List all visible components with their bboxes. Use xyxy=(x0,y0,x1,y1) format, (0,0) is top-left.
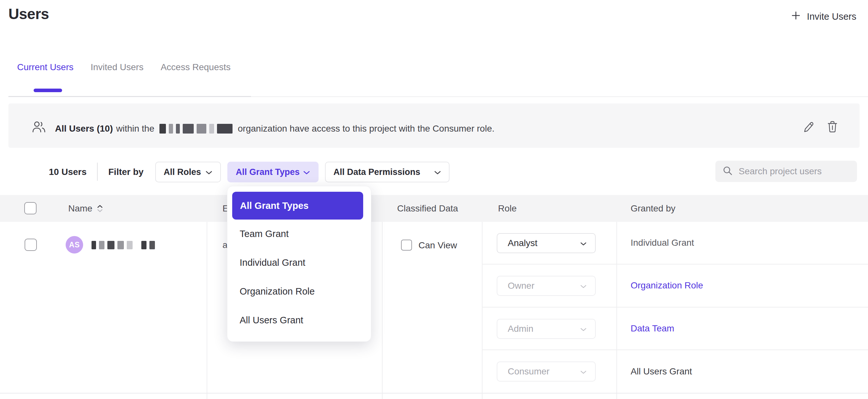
redacted-user-name xyxy=(92,241,155,249)
grant-row: Analyst Individual Grant xyxy=(482,222,868,265)
role-dropdown-owner[interactable]: Owner xyxy=(497,276,596,296)
chevron-down-icon xyxy=(434,167,441,177)
column-header-classified-data: Classified Data xyxy=(397,195,458,222)
granted-by-link[interactable]: Organization Role xyxy=(631,265,703,307)
grant-row: Admin Data Team xyxy=(482,307,868,350)
role-dropdown-admin[interactable]: Admin xyxy=(497,319,596,339)
granted-by-value: All Users Grant xyxy=(631,350,692,393)
delete-grant-button[interactable] xyxy=(827,120,838,133)
tab-bar: Current Users Invited Users Access Reque… xyxy=(17,62,230,72)
search-input[interactable] xyxy=(739,166,856,177)
people-icon xyxy=(32,120,46,134)
tabs-divider-light xyxy=(251,96,868,97)
users-page: Users Invite Users Current Users Invited… xyxy=(0,0,868,399)
grants-list: Analyst Individual Grant Owner Organizat… xyxy=(482,222,868,393)
chevron-down-icon xyxy=(205,167,213,177)
edit-grant-button[interactable] xyxy=(802,120,814,133)
menu-item-individual-grant[interactable]: Individual Grant xyxy=(227,248,371,277)
can-view-label: Can View xyxy=(418,240,457,251)
grant-row: Consumer All Users Grant xyxy=(482,350,868,393)
granted-by-header-label: Granted by xyxy=(631,204,676,214)
menu-item-all-grant-types-selected[interactable]: All Grant Types xyxy=(232,192,363,219)
column-header-granted-by: Granted by xyxy=(631,195,676,222)
all-data-permissions-filter[interactable]: All Data Permissions xyxy=(325,162,450,182)
role-dropdown-consumer[interactable]: Consumer xyxy=(497,362,596,381)
table-header: Name E Classified Data Role Granted by xyxy=(0,195,868,222)
search-icon xyxy=(722,165,733,177)
sort-icon xyxy=(97,205,103,212)
grant-row: Owner Organization Role xyxy=(482,265,868,307)
role-value: Owner xyxy=(508,281,534,291)
granted-by-value: Individual Grant xyxy=(631,222,694,264)
banner-post-text: organization have access to this project… xyxy=(238,124,494,134)
user-count: 10 Users xyxy=(49,167,87,177)
search-project-users xyxy=(715,161,857,182)
role-header-label: Role xyxy=(498,204,517,214)
tab-invited-users[interactable]: Invited Users xyxy=(91,62,143,72)
all-roles-filter[interactable]: All Roles xyxy=(155,162,221,182)
banner-bold-text: All Users (10) xyxy=(55,124,113,134)
name-header-label: Name xyxy=(68,204,92,214)
row-divider xyxy=(0,393,868,394)
plus-icon xyxy=(791,10,801,23)
redacted-org-name xyxy=(159,124,232,133)
chevron-down-icon xyxy=(303,167,310,177)
invite-users-label: Invite Users xyxy=(807,11,856,22)
all-grant-types-label: All Grant Types xyxy=(236,167,300,177)
role-dropdown-analyst[interactable]: Analyst xyxy=(497,233,596,253)
chevron-down-icon xyxy=(580,238,587,248)
active-tab-indicator xyxy=(34,89,62,92)
pencil-icon xyxy=(802,129,814,134)
banner-actions xyxy=(802,120,838,133)
granted-by-link[interactable]: Data Team xyxy=(631,307,674,349)
tab-current-users[interactable]: Current Users xyxy=(17,62,73,72)
all-data-permissions-label: All Data Permissions xyxy=(334,167,421,177)
role-value: Admin xyxy=(508,324,533,334)
all-users-banner: All Users (10) within the organization h… xyxy=(8,103,860,148)
all-grant-types-filter[interactable]: All Grant Types xyxy=(227,162,318,182)
filter-by-label: Filter by xyxy=(108,167,144,177)
tab-access-requests[interactable]: Access Requests xyxy=(161,62,230,72)
menu-item-all-users-grant[interactable]: All Users Grant xyxy=(227,306,371,335)
page-title: Users xyxy=(8,5,49,23)
chevron-down-icon xyxy=(580,366,587,377)
menu-item-organization-role[interactable]: Organization Role xyxy=(227,277,371,306)
chevron-down-icon xyxy=(580,324,587,334)
tabs-divider xyxy=(8,96,251,97)
row-checkbox[interactable] xyxy=(25,239,37,251)
avatar: AS xyxy=(66,236,83,253)
table-body: AS a Can View Analyst Individual Grant xyxy=(0,222,868,399)
column-divider xyxy=(382,222,382,399)
invite-users-button[interactable]: Invite Users xyxy=(791,10,856,23)
banner-pre-text: within the xyxy=(116,124,154,134)
chevron-down-icon xyxy=(580,281,587,291)
column-divider xyxy=(207,222,207,399)
banner-text: All Users (10) within the organization h… xyxy=(55,124,494,134)
column-header-role: Role xyxy=(498,195,517,222)
classified-header-label: Classified Data xyxy=(397,204,458,214)
role-value: Analyst xyxy=(508,238,537,248)
select-all-checkbox[interactable] xyxy=(24,202,36,214)
column-header-name[interactable]: Name xyxy=(68,195,103,222)
all-roles-label: All Roles xyxy=(164,167,201,177)
filter-divider xyxy=(97,163,98,181)
menu-item-team-grant[interactable]: Team Grant xyxy=(227,219,371,248)
can-view-checkbox[interactable] xyxy=(401,240,412,251)
role-value: Consumer xyxy=(508,366,550,377)
trash-icon xyxy=(827,129,838,134)
grant-types-dropdown-menu: All Grant Types Team Grant Individual Gr… xyxy=(227,186,371,342)
